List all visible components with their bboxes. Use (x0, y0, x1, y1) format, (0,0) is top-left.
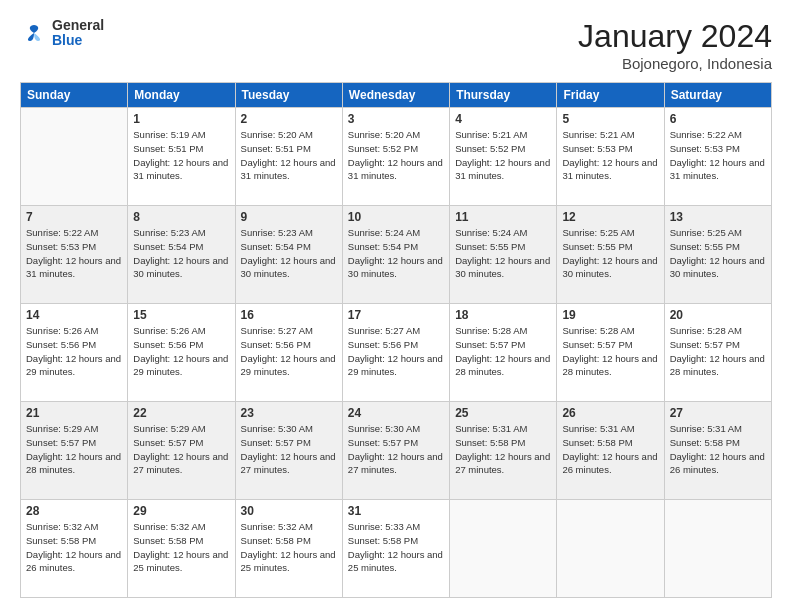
day-number: 11 (455, 210, 551, 224)
calendar-day-cell: 29Sunrise: 5:32 AMSunset: 5:58 PMDayligh… (128, 500, 235, 598)
page: General Blue January 2024 Bojonegoro, In… (0, 0, 792, 612)
day-info: Sunrise: 5:25 AMSunset: 5:55 PMDaylight:… (562, 226, 658, 281)
calendar-col-saturday: Saturday (664, 83, 771, 108)
day-number: 31 (348, 504, 444, 518)
day-number: 22 (133, 406, 229, 420)
main-title: January 2024 (578, 18, 772, 55)
calendar-col-tuesday: Tuesday (235, 83, 342, 108)
calendar-col-sunday: Sunday (21, 83, 128, 108)
day-info: Sunrise: 5:31 AMSunset: 5:58 PMDaylight:… (455, 422, 551, 477)
calendar-day-cell: 30Sunrise: 5:32 AMSunset: 5:58 PMDayligh… (235, 500, 342, 598)
calendar-day-cell: 17Sunrise: 5:27 AMSunset: 5:56 PMDayligh… (342, 304, 449, 402)
header: General Blue January 2024 Bojonegoro, In… (20, 18, 772, 72)
day-info: Sunrise: 5:27 AMSunset: 5:56 PMDaylight:… (348, 324, 444, 379)
day-number: 7 (26, 210, 122, 224)
day-info: Sunrise: 5:31 AMSunset: 5:58 PMDaylight:… (562, 422, 658, 477)
calendar-day-cell: 23Sunrise: 5:30 AMSunset: 5:57 PMDayligh… (235, 402, 342, 500)
day-info: Sunrise: 5:29 AMSunset: 5:57 PMDaylight:… (133, 422, 229, 477)
calendar-day-cell: 28Sunrise: 5:32 AMSunset: 5:58 PMDayligh… (21, 500, 128, 598)
calendar-day-cell: 10Sunrise: 5:24 AMSunset: 5:54 PMDayligh… (342, 206, 449, 304)
calendar-day-cell: 25Sunrise: 5:31 AMSunset: 5:58 PMDayligh… (450, 402, 557, 500)
day-info: Sunrise: 5:26 AMSunset: 5:56 PMDaylight:… (133, 324, 229, 379)
day-number: 23 (241, 406, 337, 420)
day-number: 6 (670, 112, 766, 126)
day-info: Sunrise: 5:32 AMSunset: 5:58 PMDaylight:… (133, 520, 229, 575)
calendar-week-row: 7Sunrise: 5:22 AMSunset: 5:53 PMDaylight… (21, 206, 772, 304)
calendar-day-cell: 31Sunrise: 5:33 AMSunset: 5:58 PMDayligh… (342, 500, 449, 598)
logo: General Blue (20, 18, 104, 49)
day-number: 19 (562, 308, 658, 322)
calendar-day-cell: 9Sunrise: 5:23 AMSunset: 5:54 PMDaylight… (235, 206, 342, 304)
day-info: Sunrise: 5:29 AMSunset: 5:57 PMDaylight:… (26, 422, 122, 477)
day-info: Sunrise: 5:28 AMSunset: 5:57 PMDaylight:… (562, 324, 658, 379)
calendar-table: SundayMondayTuesdayWednesdayThursdayFrid… (20, 82, 772, 598)
calendar-col-thursday: Thursday (450, 83, 557, 108)
day-number: 10 (348, 210, 444, 224)
calendar-day-cell: 14Sunrise: 5:26 AMSunset: 5:56 PMDayligh… (21, 304, 128, 402)
day-number: 17 (348, 308, 444, 322)
logo-general: General (52, 18, 104, 33)
calendar-day-cell: 18Sunrise: 5:28 AMSunset: 5:57 PMDayligh… (450, 304, 557, 402)
day-info: Sunrise: 5:22 AMSunset: 5:53 PMDaylight:… (26, 226, 122, 281)
day-number: 27 (670, 406, 766, 420)
day-info: Sunrise: 5:27 AMSunset: 5:56 PMDaylight:… (241, 324, 337, 379)
day-info: Sunrise: 5:22 AMSunset: 5:53 PMDaylight:… (670, 128, 766, 183)
calendar-day-cell: 22Sunrise: 5:29 AMSunset: 5:57 PMDayligh… (128, 402, 235, 500)
day-info: Sunrise: 5:30 AMSunset: 5:57 PMDaylight:… (348, 422, 444, 477)
calendar-col-friday: Friday (557, 83, 664, 108)
calendar-day-cell (557, 500, 664, 598)
calendar-day-cell: 11Sunrise: 5:24 AMSunset: 5:55 PMDayligh… (450, 206, 557, 304)
calendar-day-cell: 2Sunrise: 5:20 AMSunset: 5:51 PMDaylight… (235, 108, 342, 206)
logo-text: General Blue (52, 18, 104, 49)
day-number: 3 (348, 112, 444, 126)
calendar-day-cell: 6Sunrise: 5:22 AMSunset: 5:53 PMDaylight… (664, 108, 771, 206)
day-number: 5 (562, 112, 658, 126)
day-info: Sunrise: 5:20 AMSunset: 5:52 PMDaylight:… (348, 128, 444, 183)
day-info: Sunrise: 5:24 AMSunset: 5:55 PMDaylight:… (455, 226, 551, 281)
calendar-header-row: SundayMondayTuesdayWednesdayThursdayFrid… (21, 83, 772, 108)
calendar-week-row: 28Sunrise: 5:32 AMSunset: 5:58 PMDayligh… (21, 500, 772, 598)
day-info: Sunrise: 5:28 AMSunset: 5:57 PMDaylight:… (455, 324, 551, 379)
calendar-day-cell: 16Sunrise: 5:27 AMSunset: 5:56 PMDayligh… (235, 304, 342, 402)
calendar-day-cell: 20Sunrise: 5:28 AMSunset: 5:57 PMDayligh… (664, 304, 771, 402)
day-number: 13 (670, 210, 766, 224)
calendar-day-cell: 26Sunrise: 5:31 AMSunset: 5:58 PMDayligh… (557, 402, 664, 500)
day-number: 28 (26, 504, 122, 518)
day-info: Sunrise: 5:32 AMSunset: 5:58 PMDaylight:… (241, 520, 337, 575)
calendar-day-cell: 13Sunrise: 5:25 AMSunset: 5:55 PMDayligh… (664, 206, 771, 304)
day-info: Sunrise: 5:21 AMSunset: 5:53 PMDaylight:… (562, 128, 658, 183)
logo-blue: Blue (52, 33, 104, 48)
calendar-col-wednesday: Wednesday (342, 83, 449, 108)
day-number: 4 (455, 112, 551, 126)
calendar-day-cell: 4Sunrise: 5:21 AMSunset: 5:52 PMDaylight… (450, 108, 557, 206)
calendar-day-cell (450, 500, 557, 598)
calendar-week-row: 21Sunrise: 5:29 AMSunset: 5:57 PMDayligh… (21, 402, 772, 500)
day-number: 25 (455, 406, 551, 420)
day-number: 24 (348, 406, 444, 420)
calendar-day-cell: 1Sunrise: 5:19 AMSunset: 5:51 PMDaylight… (128, 108, 235, 206)
calendar-day-cell: 5Sunrise: 5:21 AMSunset: 5:53 PMDaylight… (557, 108, 664, 206)
calendar-day-cell: 21Sunrise: 5:29 AMSunset: 5:57 PMDayligh… (21, 402, 128, 500)
calendar-day-cell (664, 500, 771, 598)
day-info: Sunrise: 5:24 AMSunset: 5:54 PMDaylight:… (348, 226, 444, 281)
day-info: Sunrise: 5:33 AMSunset: 5:58 PMDaylight:… (348, 520, 444, 575)
day-info: Sunrise: 5:19 AMSunset: 5:51 PMDaylight:… (133, 128, 229, 183)
day-number: 18 (455, 308, 551, 322)
day-info: Sunrise: 5:25 AMSunset: 5:55 PMDaylight:… (670, 226, 766, 281)
day-number: 9 (241, 210, 337, 224)
day-number: 8 (133, 210, 229, 224)
calendar-day-cell: 7Sunrise: 5:22 AMSunset: 5:53 PMDaylight… (21, 206, 128, 304)
subtitle: Bojonegoro, Indonesia (578, 55, 772, 72)
day-info: Sunrise: 5:20 AMSunset: 5:51 PMDaylight:… (241, 128, 337, 183)
calendar-week-row: 1Sunrise: 5:19 AMSunset: 5:51 PMDaylight… (21, 108, 772, 206)
day-number: 26 (562, 406, 658, 420)
day-number: 21 (26, 406, 122, 420)
calendar-col-monday: Monday (128, 83, 235, 108)
day-info: Sunrise: 5:23 AMSunset: 5:54 PMDaylight:… (133, 226, 229, 281)
day-info: Sunrise: 5:30 AMSunset: 5:57 PMDaylight:… (241, 422, 337, 477)
day-number: 12 (562, 210, 658, 224)
calendar-day-cell: 15Sunrise: 5:26 AMSunset: 5:56 PMDayligh… (128, 304, 235, 402)
day-number: 16 (241, 308, 337, 322)
day-info: Sunrise: 5:31 AMSunset: 5:58 PMDaylight:… (670, 422, 766, 477)
day-info: Sunrise: 5:32 AMSunset: 5:58 PMDaylight:… (26, 520, 122, 575)
